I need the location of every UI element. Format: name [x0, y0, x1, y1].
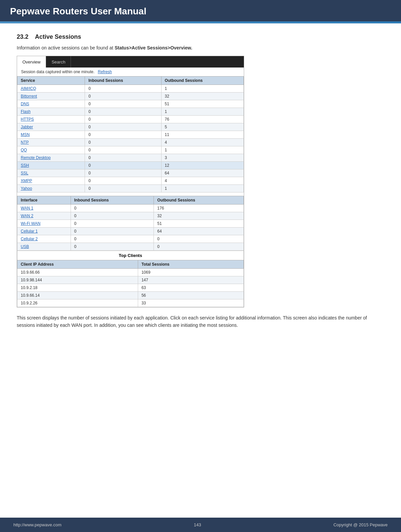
- client-sessions: 56: [138, 292, 243, 299]
- service-name: AIM/ICQ: [17, 85, 85, 93]
- service-outbound: 76: [161, 116, 243, 123]
- interface-table-row: WAN 2 0 32: [17, 212, 244, 220]
- service-name: MSN: [17, 131, 85, 139]
- interface-outbound: 0: [154, 243, 244, 251]
- client-ip-col-header: Client IP Address: [17, 260, 138, 269]
- service-inbound: 0: [85, 177, 161, 185]
- bottom-footer: http://www.pepwave.com 143 Copyright @ 2…: [0, 518, 401, 532]
- service-table-row: Remote Desktop 0 3: [17, 154, 244, 162]
- service-name: HTTPS: [17, 116, 85, 123]
- description-text: This screen displays the number of sessi…: [17, 314, 384, 329]
- service-inbound: 0: [85, 100, 161, 108]
- session-info-bar: Session data captured within one minute.…: [17, 68, 244, 76]
- interface-col-header: Interface: [17, 196, 71, 205]
- manual-title: Pepwave Routers User Manual: [10, 6, 391, 17]
- top-clients-table-row: 10.9.2.26 33: [17, 299, 244, 307]
- service-inbound: 0: [85, 139, 161, 146]
- service-inbound: 0: [85, 162, 161, 169]
- interface-outbound: 0: [154, 235, 244, 243]
- service-outbound: 4: [161, 177, 243, 185]
- section-title: 23.2 Active Sessions: [17, 33, 384, 40]
- top-clients-table-row: 10.9.2.18 63: [17, 284, 244, 292]
- interface-inbound: 0: [71, 243, 154, 251]
- client-sessions: 63: [138, 284, 243, 292]
- service-outbound: 32: [161, 93, 243, 100]
- interface-table: Interface Inbound Sessions Outbound Sess…: [17, 196, 244, 251]
- main-content: 23.2 Active Sessions Information on acti…: [0, 23, 401, 518]
- service-inbound: 0: [85, 85, 161, 93]
- service-outbound: 64: [161, 169, 243, 177]
- service-name: Flash: [17, 108, 85, 116]
- service-table: Service Inbound Sessions Outbound Sessio…: [17, 76, 244, 192]
- tab-overview[interactable]: Overview: [17, 56, 46, 68]
- service-name: Bittorrent: [17, 93, 85, 100]
- outbound-col-header: Outbound Sessions: [161, 77, 243, 85]
- top-clients-table-row: 10.9.66.14 56: [17, 292, 244, 299]
- service-table-row: Yahoo 0 1: [17, 185, 244, 192]
- service-name: DNS: [17, 100, 85, 108]
- interface-table-row: Cellular 2 0 0: [17, 235, 244, 243]
- client-sessions: 147: [138, 276, 243, 284]
- session-info-text: Session data captured within one minute.: [21, 70, 94, 74]
- service-outbound: 1: [161, 85, 243, 93]
- service-outbound: 1: [161, 108, 243, 116]
- service-outbound: 1: [161, 185, 243, 192]
- service-table-row: SSH 0 12: [17, 162, 244, 169]
- client-ip: 10.9.2.18: [17, 284, 138, 292]
- interface-name: Wi-Fi WAN: [17, 220, 71, 228]
- tabs-bar: Overview Search: [17, 56, 244, 68]
- service-table-row: SSL 0 64: [17, 169, 244, 177]
- client-ip: 10.9.66.66: [17, 269, 138, 276]
- service-name: XMPP: [17, 177, 85, 185]
- interface-name: WAN 2: [17, 212, 71, 220]
- service-table-row: XMPP 0 4: [17, 177, 244, 185]
- interface-inbound-col-header: Inbound Sessions: [71, 196, 154, 205]
- interface-table-header-row: Interface Inbound Sessions Outbound Sess…: [17, 196, 244, 205]
- section-number: 23.2: [17, 33, 28, 40]
- tab-overview-label: Overview: [22, 59, 40, 64]
- interface-name: WAN 1: [17, 205, 71, 212]
- service-name: SSH: [17, 162, 85, 169]
- intro-paragraph: Information on active sessions can be fo…: [17, 45, 384, 50]
- service-table-row: Flash 0 1: [17, 108, 244, 116]
- service-inbound: 0: [85, 116, 161, 123]
- service-table-row: Bittorrent 0 32: [17, 93, 244, 100]
- client-sessions: 33: [138, 299, 243, 307]
- client-ip: 10.9.98.144: [17, 276, 138, 284]
- service-outbound: 12: [161, 162, 243, 169]
- top-clients-title: Top Clients: [17, 251, 244, 260]
- interface-table-row: Cellular 1 0 64: [17, 228, 244, 235]
- footer-url: http://www.pepwave.com: [13, 522, 62, 527]
- tab-search-label: Search: [52, 59, 65, 64]
- service-inbound: 0: [85, 146, 161, 154]
- service-outbound: 51: [161, 100, 243, 108]
- service-inbound: 0: [85, 123, 161, 131]
- service-name: Yahoo: [17, 185, 85, 192]
- client-ip: 10.9.66.14: [17, 292, 138, 299]
- interface-outbound-col-header: Outbound Sessions: [154, 196, 244, 205]
- inbound-col-header: Inbound Sessions: [85, 77, 161, 85]
- footer-page: 143: [194, 522, 201, 527]
- service-table-header-row: Service Inbound Sessions Outbound Sessio…: [17, 77, 244, 85]
- tab-search[interactable]: Search: [46, 56, 71, 68]
- service-table-row: NTP 0 4: [17, 139, 244, 146]
- page-header: Pepwave Routers User Manual: [0, 0, 401, 21]
- refresh-link[interactable]: Refresh: [98, 70, 112, 74]
- service-inbound: 0: [85, 185, 161, 192]
- service-name: SSL: [17, 169, 85, 177]
- service-table-row: HTTPS 0 76: [17, 116, 244, 123]
- service-table-row: AIM/ICQ 0 1: [17, 85, 244, 93]
- interface-inbound: 0: [71, 220, 154, 228]
- top-clients-table-row: 10.9.66.66 1069: [17, 269, 244, 276]
- service-table-row: QQ 0 1: [17, 146, 244, 154]
- total-sessions-col-header: Total Sessions: [138, 260, 243, 269]
- top-clients-header-row: Client IP Address Total Sessions: [17, 260, 244, 269]
- service-outbound: 11: [161, 131, 243, 139]
- service-outbound: 1: [161, 146, 243, 154]
- service-name: QQ: [17, 146, 85, 154]
- service-inbound: 0: [85, 108, 161, 116]
- section-heading: Active Sessions: [35, 33, 81, 40]
- footer-copyright: Copyright @ 2015 Pepwave: [333, 522, 388, 527]
- service-inbound: 0: [85, 93, 161, 100]
- service-inbound: 0: [85, 169, 161, 177]
